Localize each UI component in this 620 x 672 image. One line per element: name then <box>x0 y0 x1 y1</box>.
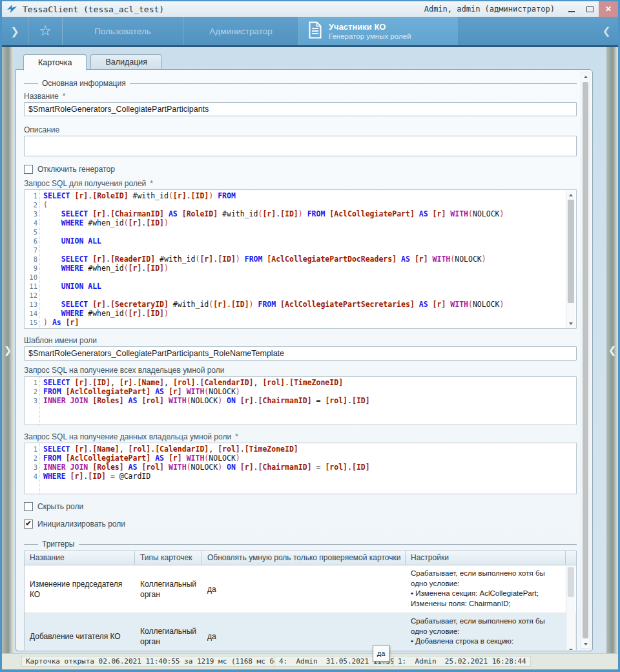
table-row[interactable]: Изменение председателя КОКоллегиальный о… <box>25 565 576 613</box>
scroll-down-icon[interactable] <box>566 319 575 328</box>
chevron-left-icon: ❮ <box>606 344 618 356</box>
scroll-down-icon[interactable] <box>581 640 590 648</box>
left-panel-expander[interactable]: ❯ <box>2 47 14 654</box>
description-input[interactable] <box>24 136 577 156</box>
table-cell: Добавление читателя КО <box>25 613 135 650</box>
owner-data-sql-editor[interactable]: 1234 SELECT [r].[Name], [rol].[CalendarI… <box>24 443 577 494</box>
minimize-icon <box>568 11 575 12</box>
card-panel: Основная информация Название* Описание О… <box>16 69 593 651</box>
chevron-right-icon: ❯ <box>2 344 14 356</box>
active-tab-title: Участники КО <box>329 22 411 32</box>
titlebar-user: Admin, admin (администратор) <box>424 5 555 14</box>
scroll-up-icon[interactable] <box>566 191 575 199</box>
minimize-button[interactable] <box>563 1 581 17</box>
app-icon <box>7 5 17 14</box>
table-row[interactable]: Добавление читателя КОКоллегиальный орга… <box>25 613 576 650</box>
owner-data-sql-label: Запрос SQL на получение данных владельца… <box>24 432 577 441</box>
nav-collapse-icon[interactable]: ❮ <box>595 17 618 45</box>
hide-roles-checkbox[interactable]: Скрыть роли <box>24 501 577 512</box>
column-header[interactable]: Настройки <box>406 551 566 565</box>
template-label: Шаблон имени роли <box>24 336 577 345</box>
card-tabstrip: Карточка Валидация <box>23 54 162 70</box>
group-main-info: Основная информация <box>24 79 577 88</box>
checkbox-unchecked-icon <box>24 502 33 511</box>
nav-tab-user[interactable]: Пользователь <box>63 17 183 45</box>
table-scrollbar[interactable] <box>566 566 575 650</box>
table-cell: Коллегиальный орган <box>135 613 202 650</box>
table-cell: Срабатывает, если выполнено хотя бы одно… <box>406 613 566 650</box>
owners-sql-label: Запрос SQL на получение всех владельцев … <box>24 366 577 375</box>
roles-sql-label: Запрос SQL для получения ролей* <box>24 179 577 188</box>
status-created: 1: Admin 25.02.2021 16:28:44 <box>393 656 531 667</box>
maximize-button[interactable] <box>581 1 599 17</box>
init-roles-label: Инициализировать роли <box>37 520 125 529</box>
disable-generator-checkbox[interactable]: Отключить генератор <box>24 164 577 174</box>
status-opened: Карточка открыта 02.06.2021 11:40:55 за … <box>21 656 304 667</box>
table-cell: Срабатывает, если выполнено хотя бы одно… <box>406 565 566 613</box>
name-input[interactable] <box>24 102 577 116</box>
right-panel-expander[interactable]: ❮ <box>606 47 618 654</box>
description-label: Описание <box>24 125 577 134</box>
active-tab-subtitle: Генератор умных ролей <box>329 32 411 40</box>
maximize-icon <box>586 6 594 12</box>
checkbox-checked-icon <box>24 520 33 529</box>
app-window: TessaClient (tessa_acl_test) Admin, admi… <box>0 0 620 672</box>
favorites-star-icon[interactable]: ☆ <box>28 17 63 45</box>
scrollbar-thumb[interactable] <box>583 82 588 638</box>
column-header[interactable]: Название <box>25 551 135 565</box>
name-label: Название* <box>24 92 577 101</box>
scrollbar-thumb[interactable] <box>568 200 574 303</box>
checkbox-unchecked-icon <box>24 165 33 174</box>
drag-tooltip: да <box>373 645 389 662</box>
column-header[interactable]: Типы карточек <box>135 551 202 565</box>
nav-tab-admin[interactable]: Администратор <box>183 17 299 45</box>
window-title: TessaClient (tessa_acl_test) <box>23 5 164 14</box>
nav-spacer <box>458 17 595 45</box>
sql-code: SELECT [r].[ID], [r].[Name], [rol].[Cale… <box>40 377 576 425</box>
main-scrollbar[interactable] <box>581 72 590 649</box>
template-input[interactable] <box>24 346 577 361</box>
header-filler <box>566 551 576 565</box>
scroll-up-icon[interactable] <box>581 72 590 81</box>
tab-card[interactable]: Карточка <box>23 54 87 70</box>
document-icon <box>308 21 322 41</box>
titlebar: TessaClient (tessa_acl_test) Admin, admi… <box>2 1 618 17</box>
owners-sql-editor[interactable]: 123 SELECT [r].[ID], [r].[Name], [rol].[… <box>24 376 577 425</box>
init-roles-checkbox[interactable]: Инициализировать роли <box>24 519 577 529</box>
column-header[interactable]: Обновлять умную роль только проверяемой … <box>202 551 406 565</box>
line-numbers: 123456789101112131415 <box>25 190 40 328</box>
table-header: НазваниеТипы карточекОбновлять умную рол… <box>25 551 576 565</box>
triggers-table: НазваниеТипы карточекОбновлять умную рол… <box>24 551 577 650</box>
roles-sql-editor[interactable]: 123456789101112131415 SELECT [r].[RoleID… <box>24 189 577 329</box>
nav-expand-icon[interactable]: ❯ <box>2 17 28 45</box>
disable-generator-label: Отключить генератор <box>37 165 115 174</box>
navbar: ❯ ☆ Пользователь Администратор Участники… <box>2 17 618 45</box>
sql-code: SELECT [r].[Name], [rol].[CalendarID], [… <box>40 443 576 494</box>
table-cell: Изменение председателя КО <box>25 565 135 613</box>
scroll-down-icon[interactable] <box>566 649 575 650</box>
nav-tab-active-card[interactable]: Участники КО Генератор умных ролей <box>299 17 458 45</box>
sql-code: SELECT [r].[RoleID] #with_id([r].[ID]) F… <box>40 190 576 328</box>
line-numbers: 1234 <box>25 443 40 494</box>
card-form: Основная информация Название* Описание О… <box>24 70 577 650</box>
hide-roles-label: Скрыть роли <box>37 502 83 511</box>
group-triggers: Триггеры <box>24 540 577 549</box>
scrollbar-thumb[interactable] <box>568 567 574 597</box>
line-numbers: 123 <box>25 377 40 425</box>
table-cell: Коллегиальный орган <box>135 565 202 613</box>
statusbar: Карточка открыта 02.06.2021 11:40:55 за … <box>2 653 618 669</box>
roles-sql-scrollbar[interactable] <box>566 191 575 328</box>
close-button[interactable]: ✕ <box>599 1 618 17</box>
content-background: ❯ ❮ Основная информация Название* Описан… <box>2 47 618 654</box>
tab-validation[interactable]: Валидация <box>90 54 162 69</box>
table-cell: да <box>202 565 406 613</box>
